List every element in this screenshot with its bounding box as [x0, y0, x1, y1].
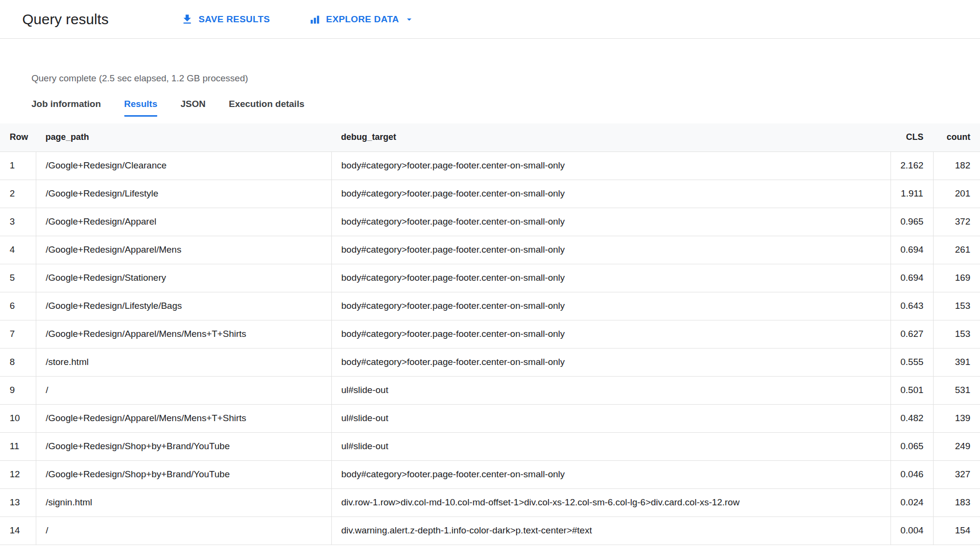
cell-cls: 0.065 [891, 432, 933, 460]
table-row: 5/Google+Redesign/Stationerybody#categor… [0, 264, 980, 292]
cell-page-path: / [36, 376, 331, 404]
cell-row: 6 [0, 292, 36, 320]
table-row: 2/Google+Redesign/Lifestylebody#category… [0, 180, 980, 208]
cell-debug-target: div.row-1.row>div.col-md-10.col-md-offse… [331, 488, 891, 516]
results-table: Row page_path debug_target CLS count 1/G… [0, 123, 980, 545]
table-row: 3/Google+Redesign/Apparelbody#category>f… [0, 208, 980, 236]
cell-cls: 2.162 [891, 152, 933, 180]
cell-page-path: /Google+Redesign/Shop+by+Brand/YouTube [36, 432, 331, 460]
cell-page-path: /signin.html [36, 488, 331, 516]
table-row: 11/Google+Redesign/Shop+by+Brand/YouTube… [0, 432, 980, 460]
cell-row: 12 [0, 460, 36, 488]
cell-cls: 0.482 [891, 404, 933, 432]
page-title: Query results [22, 11, 108, 28]
results-tabs: Job information Results JSON Execution d… [31, 99, 980, 117]
table-row: 9/ul#slide-out0.501531 [0, 376, 980, 404]
cell-count: 261 [933, 236, 980, 264]
cell-row: 14 [0, 516, 36, 545]
table-row: 8/store.htmlbody#category>footer.page-fo… [0, 348, 980, 376]
table-header-row: Row page_path debug_target CLS count [0, 123, 980, 152]
cell-row: 9 [0, 376, 36, 404]
table-row: 13/signin.htmldiv.row-1.row>div.col-md-1… [0, 488, 980, 516]
cell-debug-target: div.warning.alert.z-depth-1.info-color-d… [331, 516, 891, 545]
tab-job-information[interactable]: Job information [31, 99, 101, 117]
column-header-debug-target: debug_target [331, 123, 891, 152]
save-results-label: SAVE RESULTS [198, 14, 270, 25]
cell-debug-target: ul#slide-out [331, 404, 891, 432]
results-table-body: 1/Google+Redesign/Clearancebody#category… [0, 152, 980, 545]
cell-debug-target: body#category>footer.page-footer.center-… [331, 152, 891, 180]
cell-cls: 0.004 [891, 516, 933, 545]
cell-cls: 0.643 [891, 292, 933, 320]
explore-data-label: EXPLORE DATA [326, 14, 399, 25]
cell-row: 5 [0, 264, 36, 292]
column-header-count: count [933, 123, 980, 152]
cell-row: 3 [0, 208, 36, 236]
cell-debug-target: body#category>footer.page-footer.center-… [331, 348, 891, 376]
cell-row: 13 [0, 488, 36, 516]
cell-page-path: /Google+Redesign/Clearance [36, 152, 331, 180]
cell-debug-target: body#category>footer.page-footer.center-… [331, 180, 891, 208]
cell-count: 139 [933, 404, 980, 432]
chevron-down-icon [404, 14, 415, 25]
cell-cls: 0.555 [891, 348, 933, 376]
explore-data-icon [309, 13, 321, 26]
cell-row: 2 [0, 180, 36, 208]
cell-debug-target: ul#slide-out [331, 432, 891, 460]
table-row: 7/Google+Redesign/Apparel/Mens/Mens+T+Sh… [0, 320, 980, 348]
cell-page-path: / [36, 516, 331, 545]
cell-page-path: /Google+Redesign/Apparel/Mens/Mens+T+Shi… [36, 320, 331, 348]
cell-row: 8 [0, 348, 36, 376]
cell-debug-target: body#category>footer.page-footer.center-… [331, 292, 891, 320]
cell-row: 10 [0, 404, 36, 432]
column-header-cls: CLS [891, 123, 933, 152]
query-results-header: Query results SAVE RESULTS EXPLORE DATA [0, 0, 980, 39]
cell-page-path: /Google+Redesign/Shop+by+Brand/YouTube [36, 460, 331, 488]
cell-count: 153 [933, 320, 980, 348]
tab-json[interactable]: JSON [180, 99, 206, 117]
download-icon [181, 13, 193, 26]
cell-count: 183 [933, 488, 980, 516]
cell-debug-target: body#category>footer.page-footer.center-… [331, 320, 891, 348]
cell-count: 154 [933, 516, 980, 545]
cell-debug-target: ul#slide-out [331, 376, 891, 404]
cell-cls: 0.627 [891, 320, 933, 348]
cell-debug-target: body#category>footer.page-footer.center-… [331, 236, 891, 264]
explore-data-button[interactable]: EXPLORE DATA [309, 13, 415, 26]
cell-cls: 0.024 [891, 488, 933, 516]
cell-debug-target: body#category>footer.page-footer.center-… [331, 460, 891, 488]
cell-count: 182 [933, 152, 980, 180]
table-row: 10/Google+Redesign/Apparel/Mens/Mens+T+S… [0, 404, 980, 432]
cell-count: 531 [933, 376, 980, 404]
cell-cls: 0.694 [891, 264, 933, 292]
cell-cls: 0.694 [891, 236, 933, 264]
cell-row: 1 [0, 152, 36, 180]
cell-count: 153 [933, 292, 980, 320]
cell-debug-target: body#category>footer.page-footer.center-… [331, 208, 891, 236]
save-results-button[interactable]: SAVE RESULTS [181, 13, 270, 26]
cell-debug-target: body#category>footer.page-footer.center-… [331, 264, 891, 292]
table-row: 12/Google+Redesign/Shop+by+Brand/YouTube… [0, 460, 980, 488]
cell-count: 169 [933, 264, 980, 292]
table-row: 6/Google+Redesign/Lifestyle/Bagsbody#cat… [0, 292, 980, 320]
table-row: 4/Google+Redesign/Apparel/Mensbody#categ… [0, 236, 980, 264]
column-header-page-path: page_path [36, 123, 331, 152]
cell-count: 249 [933, 432, 980, 460]
cell-page-path: /Google+Redesign/Lifestyle [36, 180, 331, 208]
cell-count: 391 [933, 348, 980, 376]
cell-row: 4 [0, 236, 36, 264]
column-header-row: Row [0, 123, 36, 152]
cell-page-path: /Google+Redesign/Apparel/Mens [36, 236, 331, 264]
cell-cls: 0.965 [891, 208, 933, 236]
cell-cls: 0.501 [891, 376, 933, 404]
cell-row: 11 [0, 432, 36, 460]
tab-results[interactable]: Results [124, 99, 158, 117]
cell-count: 327 [933, 460, 980, 488]
tab-execution-details[interactable]: Execution details [229, 99, 304, 117]
query-status-text: Query complete (2.5 sec elapsed, 1.2 GB … [31, 73, 980, 84]
cell-count: 372 [933, 208, 980, 236]
table-row: 14/div.warning.alert.z-depth-1.info-colo… [0, 516, 980, 545]
cell-cls: 1.911 [891, 180, 933, 208]
cell-page-path: /store.html [36, 348, 331, 376]
table-row: 1/Google+Redesign/Clearancebody#category… [0, 152, 980, 180]
